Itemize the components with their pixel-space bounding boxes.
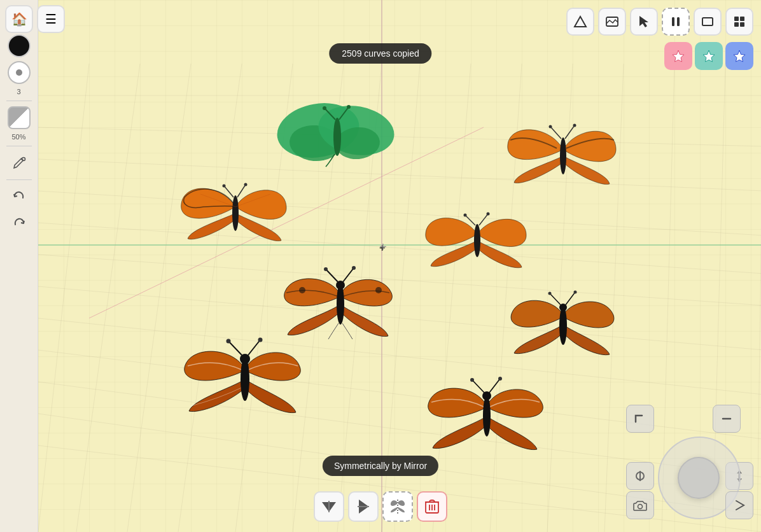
camera-joystick-knob[interactable] <box>678 457 720 499</box>
svg-marker-86 <box>639 16 648 27</box>
opacity-picker[interactable] <box>8 106 31 129</box>
svg-line-7 <box>38 255 761 305</box>
bottom-toolbar <box>314 491 447 522</box>
svg-line-4 <box>38 159 761 191</box>
svg-point-32 <box>274 97 363 164</box>
svg-point-83 <box>498 377 502 381</box>
svg-point-72 <box>241 358 249 401</box>
eyedropper-tool[interactable] <box>8 151 31 174</box>
svg-marker-84 <box>575 17 586 27</box>
left-toolbar: 3 50% <box>0 0 38 532</box>
svg-line-14 <box>38 64 89 532</box>
svg-line-24 <box>547 64 573 532</box>
svg-line-56 <box>479 214 488 225</box>
status-toast: 2509 curves copied <box>329 43 431 64</box>
svg-point-50 <box>549 125 552 129</box>
svg-marker-97 <box>359 500 368 506</box>
svg-point-34 <box>314 100 398 161</box>
svg-point-75 <box>227 339 231 344</box>
svg-line-62 <box>326 269 338 282</box>
redo-button[interactable] <box>8 212 31 235</box>
svg-point-59 <box>375 287 382 293</box>
svg-line-8 <box>38 286 761 350</box>
svg-point-78 <box>483 396 491 437</box>
landscape-tool-button[interactable] <box>598 8 626 36</box>
size-indicator[interactable] <box>8 61 31 84</box>
svg-point-33 <box>288 123 342 164</box>
butterfly-orange-2 <box>496 111 630 203</box>
svg-point-66 <box>559 307 567 345</box>
svg-line-17 <box>178 64 242 532</box>
svg-line-51 <box>565 125 575 139</box>
svg-line-47 <box>235 194 270 207</box>
svg-point-81 <box>470 378 474 382</box>
svg-line-74 <box>228 341 242 355</box>
svg-line-70 <box>566 292 575 305</box>
mirror-symmetry-button[interactable] <box>382 491 413 522</box>
svg-marker-95 <box>330 502 336 511</box>
svg-line-64 <box>343 268 354 282</box>
svg-rect-93 <box>740 22 744 27</box>
camera-corner-button[interactable] <box>626 405 654 433</box>
divider-1 <box>6 101 32 101</box>
camera-zoom-out-button[interactable] <box>713 405 741 433</box>
svg-line-23 <box>490 64 522 532</box>
svg-point-60 <box>337 284 344 325</box>
svg-line-42 <box>224 186 234 197</box>
svg-point-53 <box>474 224 480 257</box>
camera-roll-button[interactable] <box>626 462 654 490</box>
svg-line-9 <box>38 318 761 395</box>
color-picker[interactable] <box>8 34 31 57</box>
svg-line-37 <box>325 108 335 120</box>
pause-tool-button[interactable] <box>662 8 690 36</box>
svg-line-49 <box>550 127 561 139</box>
svg-point-58 <box>299 287 305 293</box>
camera-snapshot-button[interactable] <box>626 491 654 519</box>
svg-line-82 <box>489 379 500 393</box>
menu-button[interactable]: ☰ <box>37 5 65 33</box>
star-teal-button[interactable] <box>695 42 723 70</box>
opacity-label: 50% <box>11 133 25 141</box>
star-blue-button[interactable] <box>725 42 753 70</box>
rectangle-tool-button[interactable] <box>694 8 722 36</box>
svg-line-5 <box>38 191 761 235</box>
camera-nav-button[interactable] <box>725 491 753 519</box>
svg-point-40 <box>347 105 351 109</box>
svg-point-55 <box>464 214 467 217</box>
svg-rect-88 <box>677 17 680 26</box>
svg-point-38 <box>323 106 326 110</box>
flip-horizontal-button[interactable] <box>314 491 344 522</box>
triangle-tool-button[interactable] <box>566 8 594 36</box>
svg-marker-94 <box>322 502 328 511</box>
star-buttons-row <box>664 42 753 70</box>
svg-point-71 <box>574 291 577 294</box>
svg-line-30 <box>89 127 484 318</box>
svg-line-54 <box>465 215 475 225</box>
star-pink-button[interactable] <box>664 42 692 70</box>
svg-rect-87 <box>672 17 674 26</box>
home-button[interactable]: 🏠 <box>5 5 33 33</box>
svg-point-63 <box>324 267 328 271</box>
svg-line-18 <box>235 64 293 532</box>
divider-2 <box>6 146 32 146</box>
butterfly-dark-3 <box>175 331 315 429</box>
undo-button[interactable] <box>8 185 31 208</box>
svg-rect-92 <box>734 22 739 27</box>
size-label: 3 <box>17 88 20 95</box>
butterfly-orange-3 <box>417 202 538 281</box>
more-tool-button[interactable] <box>725 8 753 36</box>
crosshair: + <box>379 242 389 253</box>
svg-point-67 <box>559 304 567 311</box>
svg-line-22 <box>433 64 471 532</box>
cursor-tool-button[interactable] <box>630 8 658 36</box>
svg-rect-90 <box>734 17 739 21</box>
delete-button[interactable] <box>417 491 447 522</box>
svg-point-73 <box>240 354 250 364</box>
butterfly-dark-2 <box>503 283 624 368</box>
mirror-tooltip: Symmetrically by Mirror <box>323 456 438 476</box>
svg-point-45 <box>244 183 248 186</box>
svg-line-80 <box>472 380 484 393</box>
svg-line-39 <box>339 107 349 120</box>
flip-vertical-button[interactable] <box>348 491 379 522</box>
svg-line-68 <box>550 293 561 305</box>
